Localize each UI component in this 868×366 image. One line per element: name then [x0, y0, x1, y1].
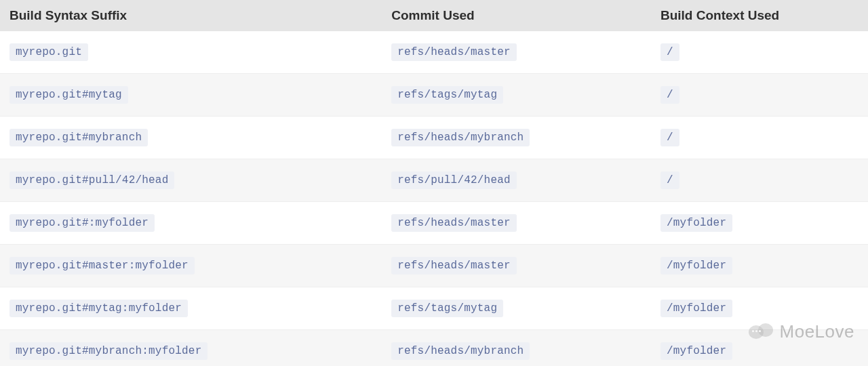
code-suffix: myrepo.git#pull/42/head [9, 171, 174, 189]
cell-suffix: myrepo.git#pull/42/head [0, 159, 382, 202]
code-context: /myfolder [660, 257, 732, 274]
code-suffix: myrepo.git#mybranch:myfolder [9, 342, 208, 360]
cell-commit: refs/heads/mybranch [382, 117, 651, 159]
code-commit: refs/heads/mybranch [391, 129, 530, 146]
table-row: myrepo.git#mytag:myfolder refs/tags/myta… [0, 287, 868, 330]
code-context: /myfolder [660, 214, 732, 232]
cell-commit: refs/tags/mytag [382, 287, 651, 330]
table-row: myrepo.git refs/heads/master / [0, 31, 868, 74]
cell-suffix: myrepo.git#mybranch:myfolder [0, 330, 382, 366]
cell-context: / [651, 31, 868, 74]
code-context: / [660, 86, 679, 104]
cell-suffix: myrepo.git#mybranch [0, 117, 382, 159]
code-suffix: myrepo.git [9, 43, 88, 61]
code-commit: refs/pull/42/head [391, 171, 517, 189]
code-commit: refs/tags/mytag [391, 86, 503, 104]
cell-commit: refs/heads/master [382, 31, 651, 74]
code-suffix: myrepo.git#master:myfolder [9, 257, 195, 274]
cell-commit: refs/heads/master [382, 245, 651, 287]
code-commit: refs/heads/mybranch [391, 342, 530, 360]
header-build-context: Build Context Used [651, 0, 868, 31]
header-commit-used: Commit Used [382, 0, 651, 31]
code-commit: refs/heads/master [391, 43, 517, 61]
code-context: / [660, 43, 679, 61]
code-commit: refs/heads/master [391, 257, 517, 274]
cell-suffix: myrepo.git#mytag [0, 74, 382, 117]
header-build-syntax: Build Syntax Suffix [0, 0, 382, 31]
code-context: / [660, 129, 679, 146]
cell-commit: refs/pull/42/head [382, 159, 651, 202]
cell-suffix: myrepo.git [0, 31, 382, 74]
cell-context: / [651, 159, 868, 202]
cell-commit: refs/heads/mybranch [382, 330, 651, 366]
code-context: /myfolder [660, 300, 732, 317]
table-row: myrepo.git#mybranch:myfolder refs/heads/… [0, 330, 868, 366]
code-context: / [660, 171, 679, 189]
code-commit: refs/tags/mytag [391, 300, 503, 317]
code-suffix: myrepo.git#mybranch [9, 129, 148, 146]
table-row: myrepo.git#mytag refs/tags/mytag / [0, 74, 868, 117]
table-row: myrepo.git#mybranch refs/heads/mybranch … [0, 117, 868, 159]
table-header-row: Build Syntax Suffix Commit Used Build Co… [0, 0, 868, 31]
cell-commit: refs/heads/master [382, 202, 651, 245]
code-suffix: myrepo.git#mytag:myfolder [9, 300, 188, 317]
cell-context: /myfolder [651, 245, 868, 287]
build-syntax-table: Build Syntax Suffix Commit Used Build Co… [0, 0, 868, 366]
cell-context: /myfolder [651, 287, 868, 330]
table-row: myrepo.git#pull/42/head refs/pull/42/hea… [0, 159, 868, 202]
code-suffix: myrepo.git#mytag [9, 86, 128, 104]
cell-suffix: myrepo.git#mytag:myfolder [0, 287, 382, 330]
cell-suffix: myrepo.git#:myfolder [0, 202, 382, 245]
table-row: myrepo.git#:myfolder refs/heads/master /… [0, 202, 868, 245]
cell-context: /myfolder [651, 330, 868, 366]
code-suffix: myrepo.git#:myfolder [9, 214, 155, 232]
cell-commit: refs/tags/mytag [382, 74, 651, 117]
code-context: /myfolder [660, 342, 732, 360]
cell-context: / [651, 74, 868, 117]
code-commit: refs/heads/master [391, 214, 517, 232]
cell-context: / [651, 117, 868, 159]
cell-suffix: myrepo.git#master:myfolder [0, 245, 382, 287]
cell-context: /myfolder [651, 202, 868, 245]
table-row: myrepo.git#master:myfolder refs/heads/ma… [0, 245, 868, 287]
